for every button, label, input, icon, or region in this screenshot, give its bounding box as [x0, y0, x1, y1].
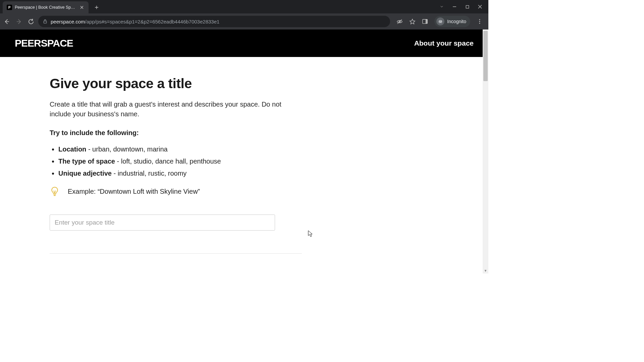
lightbulb-icon — [50, 186, 60, 196]
header-step-label: About your space — [414, 39, 474, 47]
back-icon[interactable] — [3, 18, 10, 25]
svg-point-5 — [439, 22, 440, 23]
tips-list: Location - urban, downtown, marina The t… — [50, 144, 302, 178]
svg-rect-4 — [426, 19, 427, 24]
url-path: /app/ps#s=spaces&p1=2&p2=6562eadb4446b70… — [85, 19, 220, 24]
incognito-icon — [436, 17, 444, 25]
favicon: P — [7, 5, 12, 10]
tips-item: Unique adjective - industrial, rustic, r… — [58, 168, 302, 178]
svg-rect-1 — [44, 21, 46, 23]
close-window-icon[interactable] — [478, 4, 482, 9]
kebab-menu-icon[interactable] — [476, 18, 483, 25]
svg-point-8 — [479, 21, 480, 22]
browser-tab[interactable]: P Peerspace | Book Creative Space — [3, 1, 89, 13]
section-divider — [50, 253, 302, 254]
incognito-badge[interactable]: Incognito — [434, 16, 470, 27]
mouse-cursor-icon — [308, 230, 313, 238]
bookmark-star-icon[interactable] — [409, 18, 416, 25]
new-tab-button[interactable] — [92, 3, 101, 12]
section-title-description: Add a description for your space — [50, 273, 302, 274]
forward-icon[interactable] — [15, 18, 22, 25]
svg-rect-0 — [466, 5, 469, 8]
example-row: Example: “Downtown Loft with Skyline Vie… — [50, 186, 302, 196]
minimize-icon[interactable] — [452, 4, 457, 9]
example-text: Example: “Downtown Loft with Skyline Vie… — [68, 188, 200, 195]
eye-off-icon[interactable] — [396, 18, 403, 25]
tips-item: Location - urban, downtown, marina — [58, 144, 302, 154]
page-title: Give your space a title — [50, 76, 302, 92]
url-input[interactable]: peerspace.com/app/ps#s=spaces&p1=2&p2=65… — [38, 16, 390, 27]
tab-bar: P Peerspace | Book Creative Space — [0, 0, 488, 13]
page-scrollbar[interactable]: ▲ ▼ — [483, 29, 488, 274]
page-viewport: PEERSPACE About your space Give your spa… — [0, 29, 488, 274]
svg-point-7 — [479, 19, 480, 20]
main-content: Give your space a title Create a title t… — [0, 57, 302, 274]
tab-search-icon[interactable] — [439, 4, 444, 9]
browser-chrome: P Peerspace | Book Creative Space peersp… — [0, 0, 488, 29]
logo[interactable]: PEERSPACE — [15, 38, 73, 49]
scrollbar-thumb[interactable] — [483, 31, 488, 81]
address-bar: peerspace.com/app/ps#s=spaces&p1=2&p2=65… — [0, 13, 488, 29]
tab-title: Peerspace | Book Creative Space — [15, 5, 76, 10]
tips-item: The type of space - loft, studio, dance … — [58, 156, 302, 166]
lock-icon — [43, 19, 47, 24]
close-tab-icon[interactable] — [79, 5, 85, 10]
svg-point-9 — [479, 23, 480, 24]
tips-heading: Try to include the following: — [50, 129, 302, 137]
scroll-down-arrow-icon[interactable]: ▼ — [483, 268, 488, 274]
side-panel-icon[interactable] — [422, 18, 428, 25]
site-header: PEERSPACE About your space — [0, 29, 488, 57]
reload-icon[interactable] — [28, 18, 34, 25]
url-domain: peerspace.com — [51, 19, 85, 24]
maximize-icon[interactable] — [465, 4, 470, 9]
svg-point-6 — [441, 22, 442, 23]
incognito-label: Incognito — [447, 19, 466, 24]
space-title-input[interactable] — [50, 215, 275, 231]
page-subtitle: Create a title that will grab a guest's … — [50, 100, 291, 119]
window-controls — [439, 0, 488, 13]
